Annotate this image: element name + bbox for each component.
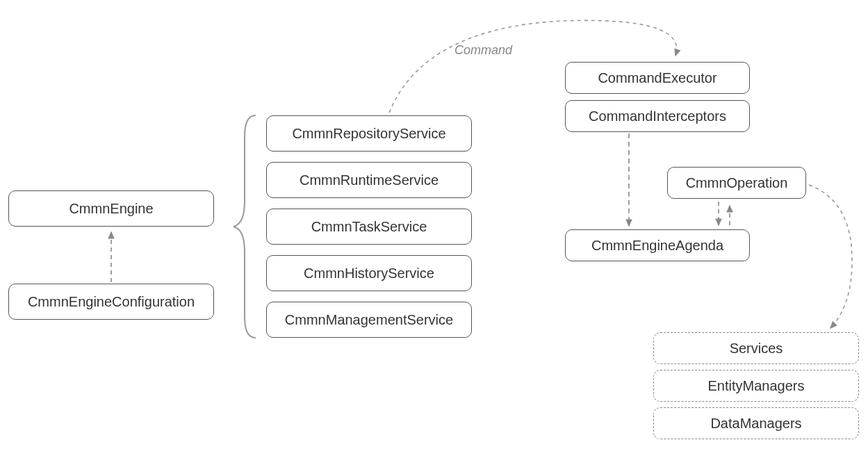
data-managers-box: DataManagers <box>653 407 859 439</box>
brace-icon <box>234 115 256 338</box>
management-service-label: CmmnManagementService <box>285 312 453 328</box>
history-service-box: CmmnHistoryService <box>266 255 472 291</box>
repository-service-box: CmmnRepositoryService <box>266 115 472 152</box>
entity-managers-label: EntityManagers <box>708 378 805 394</box>
runtime-service-label: CmmnRuntimeService <box>300 172 439 188</box>
data-managers-label: DataManagers <box>710 416 801 432</box>
entity-managers-box: EntityManagers <box>653 370 859 402</box>
cmmn-engine-label: CmmnEngine <box>69 201 153 217</box>
cmmn-engine-configuration-label: CmmnEngineConfiguration <box>28 294 195 310</box>
cmmn-engine-agenda-label: CmmnEngineAgenda <box>591 238 723 254</box>
task-service-box: CmmnTaskService <box>266 209 472 245</box>
command-interceptors-box: CommandInterceptors <box>565 100 750 132</box>
management-service-box: CmmnManagementService <box>266 302 472 338</box>
repository-service-label: CmmnRepositoryService <box>292 126 445 142</box>
history-service-label: CmmnHistoryService <box>304 266 434 281</box>
command-executor-box: CommandExecutor <box>565 62 750 94</box>
command-executor-label: CommandExecutor <box>598 70 716 86</box>
cmmn-operation-label: CmmnOperation <box>686 175 788 191</box>
command-arrow-label: Command <box>455 43 512 58</box>
runtime-service-box: CmmnRuntimeService <box>266 162 472 198</box>
cmmn-engine-box: CmmnEngine <box>8 190 214 227</box>
services-box: Services <box>653 332 859 364</box>
services-label: Services <box>730 341 783 357</box>
command-interceptors-label: CommandInterceptors <box>589 108 726 124</box>
arrow-operation-to-services <box>809 185 852 328</box>
cmmn-engine-configuration-box: CmmnEngineConfiguration <box>8 284 214 320</box>
cmmn-operation-box: CmmnOperation <box>667 167 806 199</box>
cmmn-engine-agenda-box: CmmnEngineAgenda <box>565 229 750 261</box>
task-service-label: CmmnTaskService <box>311 219 427 235</box>
